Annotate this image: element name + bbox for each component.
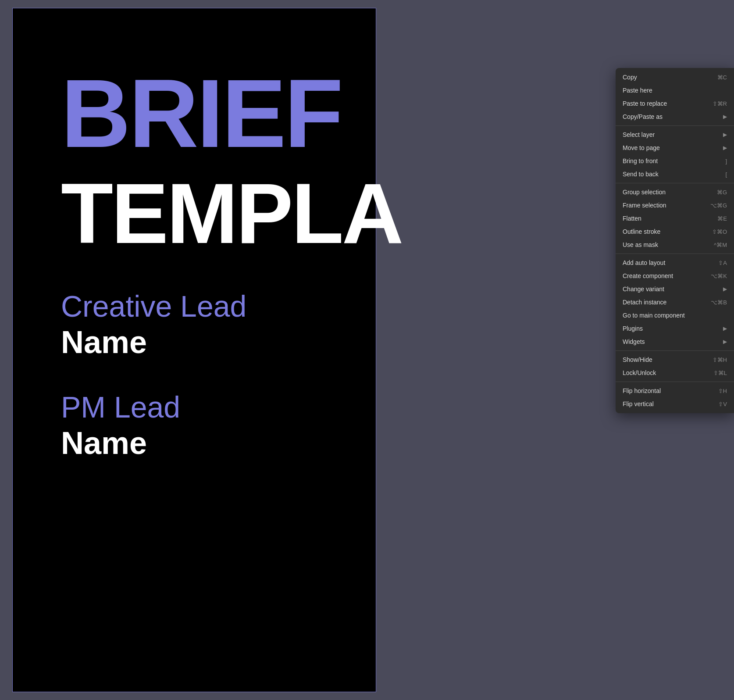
menu-item-lock-unlock[interactable]: Lock/Unlock⇧⌘L — [616, 366, 734, 379]
menu-item-label-select-layer: Select layer — [623, 131, 714, 138]
menu-item-detach-instance[interactable]: Detach instance⌥⌘B — [616, 296, 734, 309]
menu-item-label-create-component: Create component — [623, 272, 702, 279]
menu-divider — [616, 125, 734, 126]
menu-item-label-frame-selection: Frame selection — [623, 202, 702, 209]
menu-item-label-copy-paste-as: Copy/Paste as — [623, 113, 714, 120]
menu-item-go-to-main-component[interactable]: Go to main component — [616, 309, 734, 322]
menu-item-label-plugins: Plugins — [623, 325, 714, 332]
menu-item-copy-paste-as[interactable]: Copy/Paste as▶ — [616, 110, 734, 123]
menu-item-label-outline-stroke: Outline stroke — [623, 228, 703, 235]
menu-item-create-component[interactable]: Create component⌥⌘K — [616, 269, 734, 282]
menu-item-label-flatten: Flatten — [623, 215, 709, 222]
menu-item-label-detach-instance: Detach instance — [623, 299, 702, 306]
menu-item-arrow-change-variant: ▶ — [723, 286, 727, 292]
creative-lead-name: Name — [61, 324, 147, 360]
menu-item-shortcut-send-to-back: [ — [725, 171, 727, 178]
pm-lead-name: Name — [61, 425, 147, 461]
creative-lead-label: Creative Lead — [61, 289, 246, 323]
menu-divider — [616, 254, 734, 254]
menu-item-move-to-page[interactable]: Move to page▶ — [616, 141, 734, 154]
menu-item-shortcut-show-hide: ⇧⌘H — [713, 357, 727, 363]
menu-item-group-selection[interactable]: Group selection⌘G — [616, 186, 734, 199]
menu-item-shortcut-group-selection: ⌘G — [717, 189, 727, 196]
menu-item-widgets[interactable]: Widgets▶ — [616, 335, 734, 348]
menu-item-bring-to-front[interactable]: Bring to front] — [616, 154, 734, 168]
menu-divider — [616, 382, 734, 382]
menu-item-flip-vertical[interactable]: Flip vertical⇧V — [616, 397, 734, 411]
menu-item-label-copy: Copy — [623, 74, 709, 81]
menu-item-arrow-plugins: ▶ — [723, 325, 727, 332]
menu-item-paste-to-replace[interactable]: Paste to replace⇧⌘R — [616, 97, 734, 110]
menu-item-copy[interactable]: Copy⌘C — [616, 71, 734, 84]
menu-item-label-flip-vertical: Flip vertical — [623, 400, 709, 407]
menu-item-label-send-to-back: Send to back — [623, 171, 716, 178]
menu-divider — [616, 350, 734, 351]
menu-item-use-as-mask[interactable]: Use as mask^⌘M — [616, 238, 734, 251]
menu-item-label-go-to-main-component: Go to main component — [623, 312, 727, 319]
menu-item-shortcut-detach-instance: ⌥⌘B — [711, 299, 727, 306]
menu-item-label-show-hide: Show/Hide — [623, 356, 704, 363]
menu-item-label-group-selection: Group selection — [623, 189, 708, 196]
menu-item-send-to-back[interactable]: Send to back[ — [616, 168, 734, 181]
menu-item-add-auto-layout[interactable]: Add auto layout⇧A — [616, 256, 734, 269]
menu-item-label-paste-here: Paste here — [623, 87, 727, 94]
menu-item-flatten[interactable]: Flatten⌘E — [616, 212, 734, 225]
menu-item-label-change-variant: Change variant — [623, 286, 714, 293]
menu-item-label-lock-unlock: Lock/Unlock — [623, 369, 705, 376]
menu-item-label-move-to-page: Move to page — [623, 144, 714, 151]
template-text: TEMPLA — [61, 171, 402, 256]
menu-item-outline-stroke[interactable]: Outline stroke⇧⌘O — [616, 225, 734, 238]
artboard: BRIEF TEMPLA Creative Lead Name PM Lead … — [12, 8, 376, 692]
menu-item-shortcut-outline-stroke: ⇧⌘O — [712, 229, 727, 235]
menu-item-paste-here[interactable]: Paste here — [616, 84, 734, 97]
menu-item-label-add-auto-layout: Add auto layout — [623, 259, 709, 266]
menu-item-plugins[interactable]: Plugins▶ — [616, 322, 734, 335]
menu-item-show-hide[interactable]: Show/Hide⇧⌘H — [616, 353, 734, 366]
menu-item-arrow-widgets: ▶ — [723, 339, 727, 345]
menu-item-shortcut-paste-to-replace: ⇧⌘R — [713, 100, 727, 107]
menu-item-select-layer[interactable]: Select layer▶ — [616, 128, 734, 141]
menu-item-label-paste-to-replace: Paste to replace — [623, 100, 704, 107]
canvas: BRIEF TEMPLA Creative Lead Name PM Lead … — [0, 0, 734, 700]
menu-item-arrow-select-layer: ▶ — [723, 132, 727, 138]
menu-item-label-flip-horizontal: Flip horizontal — [623, 387, 709, 394]
menu-item-label-use-as-mask: Use as mask — [623, 241, 705, 248]
context-menu: Copy⌘CPaste herePaste to replace⇧⌘RCopy/… — [616, 68, 734, 413]
menu-item-arrow-copy-paste-as: ▶ — [723, 114, 727, 120]
menu-item-shortcut-flip-horizontal: ⇧H — [718, 388, 727, 394]
pm-lead-label: PM Lead — [61, 390, 180, 424]
menu-item-flip-horizontal[interactable]: Flip horizontal⇧H — [616, 384, 734, 397]
menu-item-shortcut-create-component: ⌥⌘K — [711, 273, 727, 279]
menu-item-shortcut-flatten: ⌘E — [717, 215, 727, 222]
menu-item-shortcut-copy: ⌘C — [717, 74, 727, 81]
menu-item-shortcut-lock-unlock: ⇧⌘L — [713, 370, 727, 376]
menu-item-shortcut-frame-selection: ⌥⌘G — [710, 202, 727, 209]
menu-item-change-variant[interactable]: Change variant▶ — [616, 282, 734, 296]
menu-item-label-widgets: Widgets — [623, 338, 714, 345]
menu-item-shortcut-use-as-mask: ^⌘M — [714, 242, 727, 248]
brief-text: BRIEF — [61, 65, 342, 162]
menu-item-label-bring-to-front: Bring to front — [623, 157, 716, 164]
menu-divider — [616, 183, 734, 183]
menu-item-shortcut-add-auto-layout: ⇧A — [718, 260, 727, 266]
menu-item-frame-selection[interactable]: Frame selection⌥⌘G — [616, 199, 734, 212]
menu-item-shortcut-bring-to-front: ] — [725, 158, 727, 164]
menu-item-shortcut-flip-vertical: ⇧V — [718, 401, 727, 407]
menu-item-arrow-move-to-page: ▶ — [723, 145, 727, 151]
